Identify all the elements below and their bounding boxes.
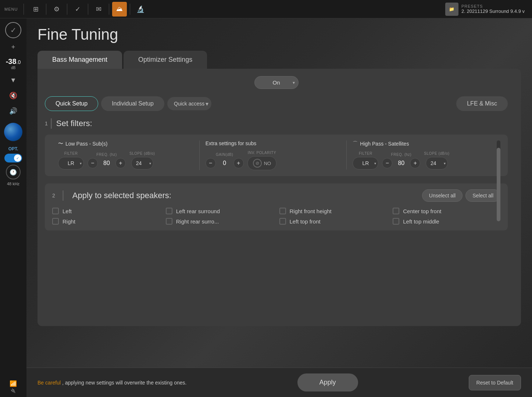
apply-button[interactable]: Apply <box>297 373 358 391</box>
speaker-checkbox-left-top-middle[interactable] <box>393 218 399 225</box>
speaker-item-left-rear-surround: Left rear surround <box>166 208 274 214</box>
check-symbol: ✓ <box>10 26 17 35</box>
sub-tab-individual-setup[interactable]: Individual Setup <box>101 96 164 111</box>
menu-bar: MENU ⊞ ⚙ ✓ ✉ ⛰ 🔬 📁 PRESETS 2. 20211129 S… <box>0 0 532 18</box>
hp-freq-col: FREQ. (hz) − 80 + <box>382 153 420 168</box>
lp-filter-wrapper: LR ▾ <box>58 157 84 169</box>
hp-slope-wrapper: 24 12 6 ▾ <box>426 157 448 169</box>
speaker-checkbox-right-front-height[interactable] <box>279 208 286 214</box>
gain-value: 0 <box>218 160 231 167</box>
opt-toggle-knob: ✓ <box>14 154 21 162</box>
panel-inner: On Off ▾ Quick Setup Individual Setup Qu… <box>45 76 514 230</box>
sphere-icon <box>4 123 22 141</box>
filters-section-bar <box>51 118 52 129</box>
hp-filter-col: FILTER LR ▾ <box>353 151 378 169</box>
lp-freq-col: FREQ. (hz) − 80 + <box>88 153 126 168</box>
volume-plus-btn[interactable]: + <box>5 40 21 54</box>
tab-bass-management[interactable]: Bass Management <box>38 51 122 69</box>
gain-plus-btn[interactable]: + <box>233 158 244 168</box>
separator-3 <box>88 4 88 15</box>
speaker-item-right-front-height: Right front height <box>279 208 387 214</box>
presets-value: 2. 20211129 Surround 9.4.9 v <box>461 8 525 14</box>
hp-slope-label: SLOPE (dB/o) <box>424 151 449 155</box>
quick-access-select[interactable]: Quick access <box>167 97 211 110</box>
speakers-section-title: Apply to selected speakers: <box>72 191 418 200</box>
opt-toggle[interactable]: ✓ <box>4 154 22 162</box>
filters-section-header: 1 Set filters: <box>45 118 508 129</box>
warning-text: Be careful , applying new settings will … <box>38 380 186 386</box>
sub-tab-quick-setup[interactable]: Quick Setup <box>45 96 98 111</box>
speaker-name-right-front-height: Right front height <box>290 208 332 214</box>
speakers-card: 2 Apply to selected speakers: Unselect a… <box>45 183 508 230</box>
speaker-checkbox-right[interactable] <box>52 218 59 225</box>
speaker-name-right: Right <box>63 218 75 225</box>
scrollbar-thumb[interactable] <box>497 148 500 221</box>
gain-minus-btn[interactable]: − <box>206 158 216 168</box>
gear-icon-btn[interactable]: ⚙ <box>49 2 64 17</box>
high-pass-wave-icon: ⌒ <box>353 140 358 147</box>
bottle-icon-btn[interactable]: 🔬 <box>133 2 148 17</box>
mountain-icon-btn[interactable]: ⛰ <box>112 2 127 17</box>
warning-message: , applying new settings will overwrite t… <box>62 380 187 386</box>
reset-to-default-button[interactable]: Reset to Default <box>469 375 521 390</box>
speakers-actions: Unselect all Select all <box>422 189 500 202</box>
network-icon: 🔌 <box>11 389 16 393</box>
lp-slope-select[interactable]: 24 12 6 <box>131 157 153 169</box>
check-icon-btn[interactable]: ✓ <box>70 2 85 17</box>
page-title: Fine Tuning <box>38 26 521 43</box>
presets-icon: 📁 <box>445 3 458 16</box>
high-pass-group: ⌒ High Pass - Satellites FILTER LR ▾ <box>346 140 494 169</box>
speaker-item-right: Right <box>52 218 160 225</box>
lp-freq-plus-btn[interactable]: + <box>115 158 126 168</box>
hp-filter-select[interactable]: LR <box>353 157 378 169</box>
speaker-checkbox-left-top-front[interactable] <box>279 218 286 225</box>
mute-btn[interactable]: 🔇 <box>5 89 21 102</box>
speaker-checkbox-left[interactable] <box>52 208 59 214</box>
scrollbar-area <box>497 140 500 170</box>
hp-freq-stepper: − 80 + <box>382 158 420 168</box>
lp-filter-label: FILTER <box>64 151 78 155</box>
gain-col: GAIN(dB) − 0 + <box>206 153 244 168</box>
speaker-name-left-rear-surround: Left rear surround <box>176 208 220 214</box>
lp-freq-minus-btn[interactable]: − <box>88 158 98 168</box>
envelope-icon-btn[interactable]: ✉ <box>91 2 106 17</box>
speaker-checkbox-center-top-front[interactable] <box>393 208 399 214</box>
inv-polarity-btn[interactable]: ⊘ NO <box>247 156 277 170</box>
low-pass-wave-icon: 〜 <box>58 140 63 147</box>
tab-optimizer-settings[interactable]: Optimizer Settings <box>124 51 207 69</box>
speaker-btn[interactable]: 🔊 <box>5 104 21 118</box>
speaker-checkbox-left-rear-surround[interactable] <box>166 208 172 214</box>
main-panel: On Off ▾ Quick Setup Individual Setup Qu… <box>38 69 521 326</box>
filters-card: 〜 Low Pass - Sub(s) FILTER LR ▾ <box>45 135 508 176</box>
speaker-item-left-top-middle: Left top middle <box>393 218 500 225</box>
on-off-dropdown-wrapper: On Off ▾ <box>254 76 299 89</box>
low-pass-controls: FILTER LR ▾ FREQ. (hz) − <box>58 151 193 169</box>
on-off-select[interactable]: On Off <box>254 76 299 89</box>
lp-filter-select[interactable]: LR <box>58 157 84 169</box>
presets-area: 📁 PRESETS 2. 20211129 Surround 9.4.9 v <box>445 3 532 16</box>
unselect-all-btn[interactable]: Unselect all <box>422 189 463 202</box>
low-pass-title: 〜 Low Pass - Sub(s) <box>58 140 193 147</box>
menu-label: MENU <box>0 7 22 11</box>
filters-section-title: Set filters: <box>56 119 92 128</box>
speakers-header: 2 Apply to selected speakers: Unselect a… <box>52 189 500 202</box>
bottom-bar: Be careful , applying new settings will … <box>26 368 532 397</box>
extra-subs-controls: GAIN(dB) − 0 + INV. POLARITY ⊘ <box>206 151 341 170</box>
select-all-btn[interactable]: Select all <box>465 189 500 202</box>
low-pass-group: 〜 Low Pass - Sub(s) FILTER LR ▾ <box>52 140 199 169</box>
hp-freq-plus-btn[interactable]: + <box>410 158 420 168</box>
hp-freq-minus-btn[interactable]: − <box>382 158 392 168</box>
speaker-name-left: Left <box>63 208 72 214</box>
volume-down-btn[interactable]: ▼ <box>5 74 21 87</box>
sub-tab-lfe[interactable]: LFE & Misc <box>456 96 508 111</box>
polarity-symbol: ⊘ <box>256 161 259 166</box>
speaker-checkbox-right-rear-surround[interactable] <box>166 218 172 225</box>
scrollbar-track <box>497 140 500 170</box>
grid-icon-btn[interactable]: ⊞ <box>28 2 43 17</box>
volume-unit: dB <box>11 66 15 70</box>
speakers-section-number: 2 <box>52 193 55 198</box>
hp-slope-select[interactable]: 24 12 6 <box>426 157 448 169</box>
check-badge: ✓ <box>5 22 21 38</box>
lp-slope-wrapper: 24 12 6 ▾ <box>131 157 153 169</box>
high-pass-controls: FILTER LR ▾ FREQ. (hz) − <box>353 151 488 169</box>
